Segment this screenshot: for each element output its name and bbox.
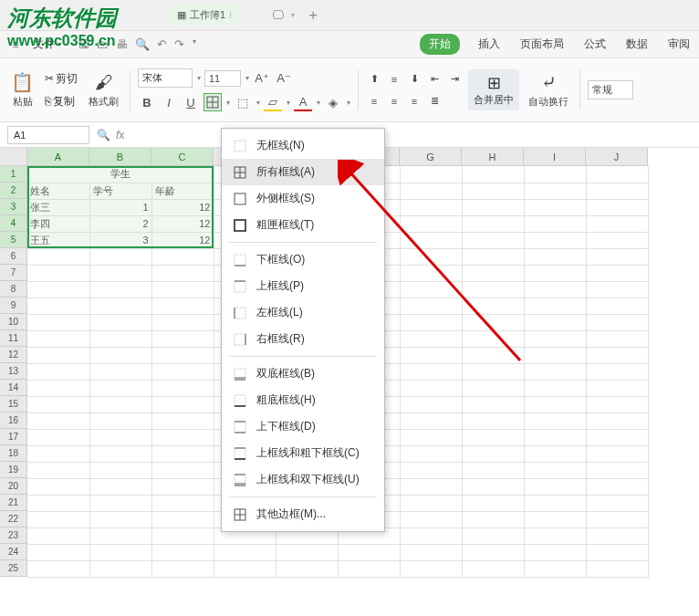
cell[interactable]	[89, 396, 151, 412]
cell[interactable]	[462, 511, 524, 527]
cell[interactable]	[586, 462, 648, 478]
cell[interactable]	[462, 347, 524, 363]
cell[interactable]	[89, 511, 151, 527]
cell[interactable]	[151, 330, 214, 347]
cell[interactable]	[27, 462, 89, 478]
cell[interactable]	[214, 560, 276, 577]
border-menu-item-top-bottom[interactable]: 上下框线(D)	[222, 413, 384, 440]
merge-center-button[interactable]: ⊞ 合并居中	[468, 69, 519, 110]
cell[interactable]	[151, 527, 214, 544]
cell[interactable]	[462, 527, 524, 544]
tab-start[interactable]: 开始	[420, 34, 460, 55]
cell[interactable]	[462, 396, 524, 412]
tab-data[interactable]: 数据	[624, 33, 650, 56]
row-header-16[interactable]: 16	[0, 412, 27, 429]
cell[interactable]	[400, 248, 462, 265]
cell[interactable]	[27, 478, 89, 495]
indent-right-button[interactable]: ⇥	[446, 71, 463, 88]
highlight-button[interactable]: ▱	[264, 93, 282, 111]
paste-button[interactable]: 📋 粘贴	[7, 68, 37, 112]
cell[interactable]	[524, 298, 586, 314]
cell[interactable]	[462, 462, 524, 478]
cell[interactable]	[462, 298, 524, 314]
effects-button[interactable]: ◈	[324, 93, 342, 111]
folder-icon[interactable]: 🗁	[97, 37, 109, 51]
cell[interactable]: 学号	[89, 183, 151, 199]
cell[interactable]	[462, 232, 524, 248]
distribute-button[interactable]: ≣	[426, 93, 443, 110]
cell[interactable]	[27, 495, 89, 511]
qat-dropdown-icon[interactable]: ▾	[193, 37, 196, 51]
redo-icon[interactable]: ↷	[174, 37, 184, 51]
cell[interactable]	[586, 281, 648, 298]
cell[interactable]	[151, 347, 214, 363]
border-menu-item-bottom[interactable]: 下框线(O)	[222, 246, 384, 273]
cell[interactable]	[586, 544, 648, 560]
cell[interactable]	[524, 281, 586, 298]
cell[interactable]	[89, 527, 151, 544]
cell[interactable]	[586, 314, 648, 330]
cell[interactable]	[151, 412, 214, 429]
cell[interactable]	[400, 298, 462, 314]
column-header-J[interactable]: J	[586, 148, 648, 166]
cell[interactable]	[151, 396, 214, 412]
cell[interactable]	[276, 544, 338, 560]
decrease-font-button[interactable]: A⁻	[275, 69, 293, 88]
cell[interactable]: 学生	[27, 166, 214, 183]
tab-review[interactable]: 审阅	[666, 33, 692, 56]
cell[interactable]	[586, 478, 648, 495]
cell[interactable]	[524, 511, 586, 527]
select-all-corner[interactable]	[0, 148, 27, 166]
file-menu[interactable]: 文件 ▾	[27, 35, 67, 54]
cell[interactable]	[586, 560, 648, 577]
preview-icon[interactable]: 🔍	[135, 37, 150, 51]
cell[interactable]	[27, 265, 89, 281]
cell[interactable]	[400, 215, 462, 232]
cell[interactable]	[586, 265, 648, 281]
cell[interactable]	[462, 215, 524, 232]
cell[interactable]	[586, 248, 648, 265]
cell[interactable]	[400, 363, 462, 380]
cell[interactable]	[462, 314, 524, 330]
cell[interactable]	[524, 380, 586, 396]
border-button[interactable]	[203, 93, 222, 111]
cell[interactable]	[276, 560, 338, 577]
cell[interactable]	[462, 330, 524, 347]
cell[interactable]	[524, 183, 586, 199]
row-header-18[interactable]: 18	[0, 445, 27, 462]
row-header-4[interactable]: 4	[0, 215, 27, 232]
column-header-H[interactable]: H	[462, 148, 524, 166]
cell[interactable]	[462, 248, 524, 265]
cell[interactable]	[27, 281, 89, 298]
column-header-I[interactable]: I	[524, 148, 586, 166]
row-header-8[interactable]: 8	[0, 281, 27, 298]
cell[interactable]	[462, 544, 524, 560]
cell[interactable]	[27, 363, 89, 380]
cell[interactable]	[89, 445, 151, 462]
row-header-21[interactable]: 21	[0, 495, 27, 511]
cell[interactable]	[524, 478, 586, 495]
cell[interactable]	[586, 166, 648, 183]
cell[interactable]	[524, 396, 586, 412]
border-menu-item-double-bottom[interactable]: 双底框线(B)	[222, 360, 384, 387]
cell[interactable]	[462, 380, 524, 396]
cell[interactable]	[151, 298, 214, 314]
cell[interactable]	[586, 396, 648, 412]
cell[interactable]	[524, 248, 586, 265]
cell[interactable]	[400, 183, 462, 199]
border-menu-item-top[interactable]: 上框线(P)	[222, 273, 384, 299]
cell[interactable]	[89, 330, 151, 347]
document-tab[interactable]: ▦ 工作簿1 ⁞	[170, 5, 239, 26]
border-menu-item-top-double-bottom[interactable]: 上框线和双下框线(U)	[222, 466, 384, 493]
increase-font-button[interactable]: A⁺	[253, 69, 271, 88]
number-format-select[interactable]: 常规	[588, 80, 633, 99]
font-color-button[interactable]: A	[294, 93, 312, 111]
new-tab-button[interactable]: +	[302, 5, 324, 26]
cell[interactable]	[400, 314, 462, 330]
cell[interactable]	[462, 445, 524, 462]
tab-insert[interactable]: 插入	[476, 33, 502, 56]
cell[interactable]	[27, 380, 89, 396]
cell[interactable]	[400, 380, 462, 396]
cell[interactable]	[151, 560, 214, 577]
bold-button[interactable]: B	[138, 93, 156, 111]
